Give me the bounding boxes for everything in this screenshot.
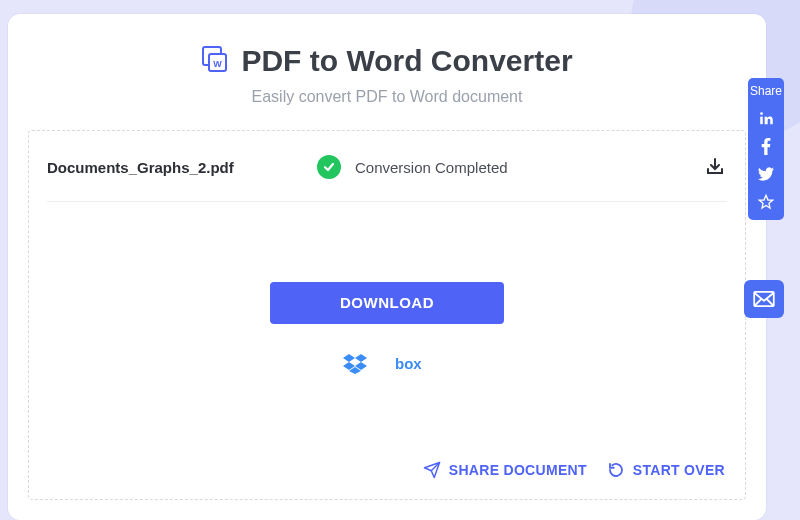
download-button[interactable]: DOWNLOAD [270,282,504,324]
page-title: PDF to Word Converter [241,44,572,78]
linkedin-icon[interactable] [758,110,774,126]
page-subtitle: Easily convert PDF to Word document [8,88,766,106]
box-icon[interactable]: box [395,355,431,377]
bottom-actions: SHARE DOCUMENT START OVER [47,457,727,483]
svg-rect-4 [760,116,763,124]
drop-area: Documents_Graphs_2.pdf Conversion Comple… [28,130,746,500]
status-text: Conversion Completed [355,159,705,176]
start-over-label: START OVER [633,462,725,478]
download-file-icon[interactable] [705,156,727,178]
file-row: Documents_Graphs_2.pdf Conversion Comple… [47,155,727,202]
pdf-word-icon: W [201,45,229,77]
dropbox-icon[interactable] [343,354,367,378]
file-name: Documents_Graphs_2.pdf [47,159,317,176]
start-over-button[interactable]: START OVER [607,461,725,479]
star-icon[interactable] [758,194,774,210]
twitter-icon[interactable] [758,166,774,182]
share-panel: Share [748,78,784,220]
svg-text:box: box [395,355,422,372]
svg-text:W: W [214,59,223,69]
title-row: W PDF to Word Converter [8,44,766,78]
facebook-icon[interactable] [758,138,774,154]
converter-card: W PDF to Word Converter Easily convert P… [8,14,766,520]
svg-point-5 [760,112,763,115]
share-label: Share [750,84,782,98]
share-document-label: SHARE DOCUMENT [449,462,587,478]
mid-area: DOWNLOAD box [47,202,727,457]
mail-button[interactable] [744,280,784,318]
share-document-button[interactable]: SHARE DOCUMENT [423,461,587,479]
cloud-providers: box [343,354,431,378]
check-icon [317,155,341,179]
